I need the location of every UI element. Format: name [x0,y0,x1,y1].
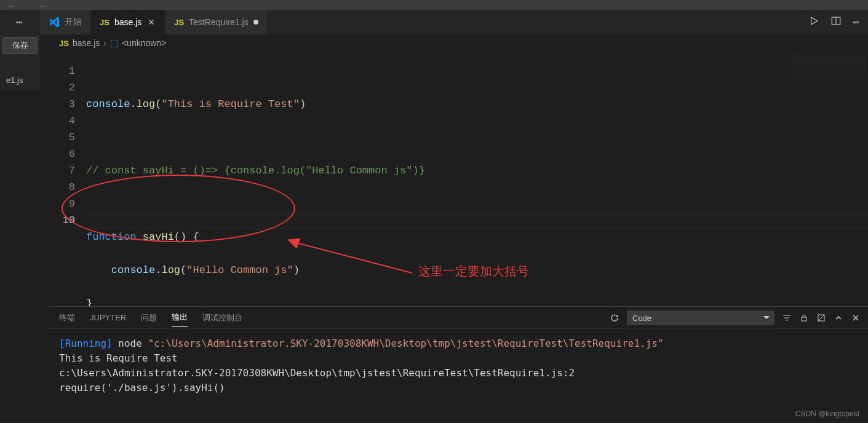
watermark: CSDN @kingtopest [795,409,859,418]
panel-tab-output[interactable]: 输出 [172,308,188,327]
clear-icon[interactable] [816,313,826,323]
panel-tab-debug[interactable]: 调试控制台 [202,309,242,327]
tab-testrequire1-js[interactable]: JS TestRequire1.js [165,10,267,34]
tab-label: base.js [114,17,141,27]
breadcrumb-symbol: <unknown> [122,38,166,48]
svg-rect-4 [802,317,806,321]
output-body[interactable]: [Running] node "c:\Users\Administrator.S… [49,329,868,423]
refresh-icon[interactable] [610,313,619,323]
js-file-icon: JS [174,18,184,27]
close-panel-icon[interactable] [851,313,861,323]
menubar-fragment: …… [0,0,868,10]
chevron-right-icon: › [103,38,106,48]
minimap[interactable] [792,55,866,86]
explorer-item[interactable]: e1.js [0,71,40,90]
more-actions-icon[interactable]: ⋯ [853,15,861,29]
dirty-indicator-icon [253,20,258,25]
output-channel-select[interactable]: Code [627,310,774,325]
save-button[interactable]: 保存 [2,37,38,54]
tab-welcome[interactable]: 开始 [40,10,91,34]
lock-icon[interactable] [799,313,809,323]
tab-label: TestRequire1.js [189,17,249,27]
chevron-up-icon[interactable] [834,313,843,323]
tab-base-js[interactable]: JS base.js [91,10,165,34]
filter-icon[interactable] [782,313,792,323]
symbol-icon: ⬚ [110,38,118,48]
line-number-gutter: 1 2 3 4 5 6 7 8 9 10 [49,52,86,306]
bottom-panel: 终端 JUPYTER 问题 输出 调试控制台 Code [Running] no… [49,306,868,423]
split-editor-icon[interactable] [830,15,842,29]
tab-label: 开始 [65,17,82,28]
breadcrumb-file: base.js [73,38,100,48]
editor-tab-bar: ⋯ 开始 JS base.js JS TestRequire1.js [0,10,868,34]
panel-tab-problems[interactable]: 问题 [141,309,157,327]
editor-actions: ⋯ [808,10,861,34]
code-content[interactable]: console.log("This is Require Test") // c… [86,52,868,306]
explorer-fragment: 保存 e1.js [0,34,40,90]
panel-tab-jupyter[interactable]: JUPYTER [90,309,126,326]
js-file-icon: JS [59,39,69,48]
breadcrumb[interactable]: JS base.js › ⬚ <unknown> [49,34,868,52]
close-icon[interactable] [146,17,156,27]
sidebar-menu-button[interactable]: ⋯ [0,10,40,34]
ellipsis-icon: ⋯ [16,15,24,29]
vscode-icon [49,17,60,28]
run-icon[interactable] [808,15,819,29]
js-file-icon: JS [100,18,109,27]
panel-tab-terminal[interactable]: 终端 [59,309,75,327]
code-editor[interactable]: 1 2 3 4 5 6 7 8 9 10 console.log("This i… [49,52,868,306]
panel-tabs: 终端 JUPYTER 问题 输出 调试控制台 Code [49,307,868,329]
